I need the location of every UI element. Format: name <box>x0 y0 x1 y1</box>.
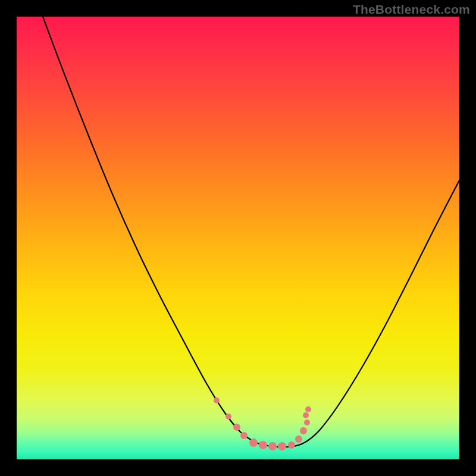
branding-watermark: TheBottleneck.com <box>353 2 470 17</box>
highlight-dot <box>240 432 248 439</box>
highlight-dot <box>305 406 311 412</box>
highlight-dot <box>300 427 307 434</box>
highlight-dot <box>214 397 220 403</box>
highlight-dot <box>226 414 231 419</box>
curve-layer <box>17 17 459 459</box>
highlight-dot <box>304 419 310 425</box>
bottleneck-curve <box>43 17 459 447</box>
highlight-dot <box>295 436 302 443</box>
highlight-dot <box>303 412 309 418</box>
highlight-dot <box>278 442 286 450</box>
highlight-dot <box>233 424 240 431</box>
highlight-dot <box>268 442 277 450</box>
highlight-dot <box>288 441 295 449</box>
highlight-dot <box>249 439 258 447</box>
plot-area <box>17 17 459 459</box>
highlight-dot <box>259 441 267 449</box>
chart-frame: TheBottleneck.com <box>0 0 476 476</box>
highlight-dots <box>214 397 311 450</box>
